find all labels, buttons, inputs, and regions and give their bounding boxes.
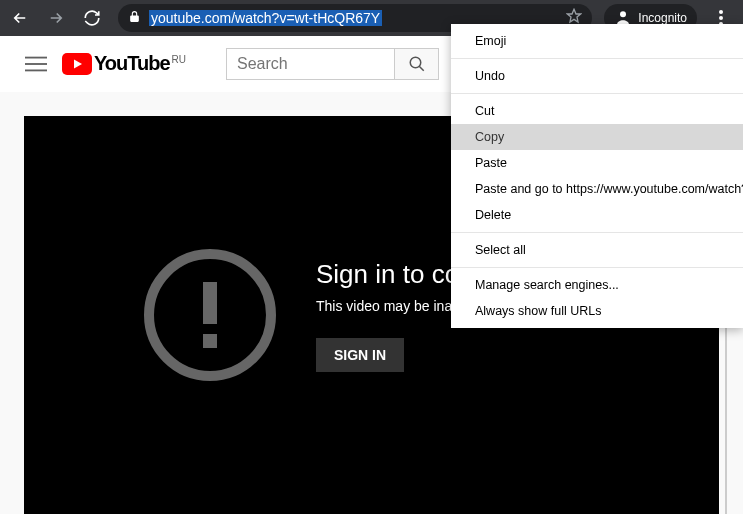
menu-copy[interactable]: Copy: [451, 124, 743, 150]
search-form: [226, 48, 439, 80]
menu-separator: [451, 93, 743, 94]
url-text: youtube.com/watch?v=wt-tHcQR67Y: [149, 10, 382, 26]
menu-separator: [451, 232, 743, 233]
svg-point-8: [410, 57, 421, 68]
menu-show-urls[interactable]: Always show full URLs: [451, 298, 743, 324]
reload-button[interactable]: [78, 4, 106, 32]
hamburger-menu[interactable]: [16, 44, 56, 84]
menu-separator: [451, 267, 743, 268]
lock-icon: [128, 9, 141, 27]
warning-icon: [144, 249, 276, 381]
menu-paste-go[interactable]: Paste and go to https://www.youtube.com/…: [451, 176, 743, 202]
menu-delete[interactable]: Delete: [451, 202, 743, 228]
forward-button[interactable]: [42, 4, 70, 32]
svg-point-1: [719, 10, 723, 14]
youtube-logo-text: YouTube: [94, 52, 170, 75]
youtube-logo[interactable]: YouTube RU: [62, 52, 186, 75]
menu-cut[interactable]: Cut: [451, 98, 743, 124]
svg-point-0: [620, 11, 626, 17]
svg-rect-6: [25, 69, 47, 71]
menu-separator: [451, 58, 743, 59]
incognito-label: Incognito: [638, 11, 687, 25]
context-menu: Emoji Undo Cut Copy Paste Paste and go t…: [451, 24, 743, 328]
menu-paste[interactable]: Paste: [451, 150, 743, 176]
svg-point-2: [719, 16, 723, 20]
search-button[interactable]: [395, 48, 439, 80]
sign-in-button[interactable]: SIGN IN: [316, 338, 404, 372]
menu-undo[interactable]: Undo: [451, 63, 743, 89]
svg-rect-4: [25, 56, 47, 58]
svg-rect-5: [25, 63, 47, 65]
menu-manage-search[interactable]: Manage search engines...: [451, 272, 743, 298]
menu-select-all[interactable]: Select all: [451, 237, 743, 263]
back-button[interactable]: [6, 4, 34, 32]
search-input[interactable]: [226, 48, 395, 80]
menu-emoji[interactable]: Emoji: [451, 28, 743, 54]
youtube-region: RU: [172, 54, 186, 65]
